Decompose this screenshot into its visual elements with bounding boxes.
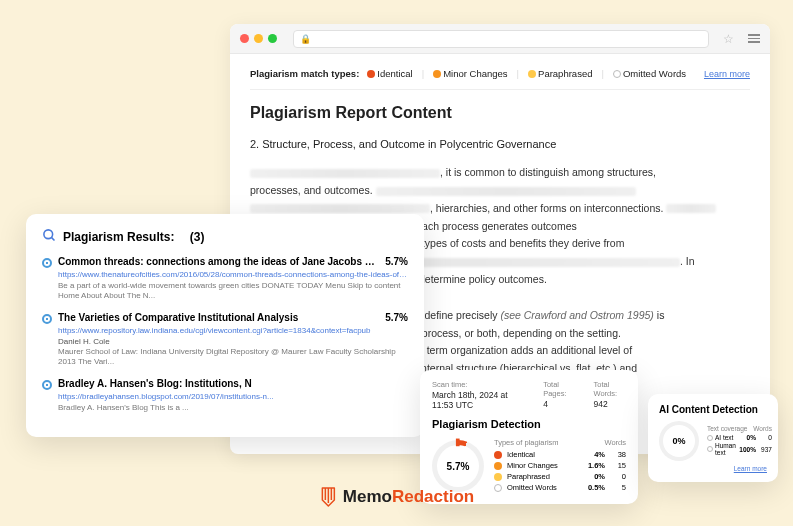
plagiarism-detection-title: Plagiarism Detection xyxy=(432,418,626,430)
result-snippet: Bradley A. Hansen's Blog This is a ... xyxy=(58,403,408,413)
result-url[interactable]: https://www.repository.law.indiana.edu/c… xyxy=(58,326,408,335)
match-types-legend: Plagiarism match types: Identical| Minor… xyxy=(250,68,750,90)
result-title: Bradley A. Hansen's Blog: Institutions, … xyxy=(58,378,408,389)
ai-detection-title: AI Content Detection xyxy=(659,404,767,415)
match-types-label: Plagiarism match types: xyxy=(250,68,359,79)
learn-more-link[interactable]: Learn more xyxy=(704,69,750,79)
circle-icon xyxy=(707,435,713,441)
pencil-icon xyxy=(319,486,337,508)
circle-icon xyxy=(707,446,713,452)
search-icon xyxy=(42,228,57,246)
learn-more-link[interactable]: Learn more xyxy=(659,465,767,472)
results-header: Plagiarism Results: (3) xyxy=(42,228,408,246)
brand-logo: MemoRedaction xyxy=(319,486,474,508)
scan-metadata: Scan time:March 18th, 2024 at 11:53 UTC … xyxy=(432,380,626,410)
result-url[interactable]: https://bradleyahansen.blogspot.com/2019… xyxy=(58,392,408,401)
match-para: Paraphrased xyxy=(528,68,592,79)
star-icon[interactable]: ☆ xyxy=(723,32,734,46)
match-identical: Identical xyxy=(367,68,412,79)
close-icon[interactable] xyxy=(240,34,249,43)
browser-toolbar: 🔒 ☆ xyxy=(230,24,770,54)
result-percentage: 5.7% xyxy=(385,256,408,267)
hamburger-icon[interactable] xyxy=(748,34,760,43)
result-item[interactable]: The Varieties of Comparative Institution… xyxy=(42,312,408,368)
result-item[interactable]: Bradley A. Hansen's Blog: Institutions, … xyxy=(42,378,408,413)
match-omitted: Omitted Words xyxy=(613,68,686,79)
result-item[interactable]: Common threads: connections among the id… xyxy=(42,256,408,302)
minimize-icon[interactable] xyxy=(254,34,263,43)
table-row: Minor Changes1.6%15 xyxy=(494,461,626,470)
flag-icon: ▮ xyxy=(455,436,461,447)
window-controls[interactable] xyxy=(240,34,277,43)
page-title: Plagiarism Report Content xyxy=(250,104,750,122)
plagiarism-detection-card: Scan time:March 18th, 2024 at 11:53 UTC … xyxy=(420,370,638,504)
table-row: Omitted Words0.5%5 xyxy=(494,483,626,492)
ai-breakdown: Text coverageWords AI text0%0 Human text… xyxy=(707,425,772,457)
source-icon xyxy=(42,380,52,390)
plagiarism-gauge: 5.7% ▮ xyxy=(432,440,484,492)
svg-line-1 xyxy=(51,237,54,240)
table-row: Human text100%937 xyxy=(707,442,772,456)
result-percentage: 5.7% xyxy=(385,312,408,323)
result-snippet: Maurer School of Law: Indiana University… xyxy=(58,347,408,368)
table-row: Paraphrased0%0 xyxy=(494,472,626,481)
table-row: Identical4%38 xyxy=(494,450,626,459)
ai-detection-card: AI Content Detection 0% Text coverageWor… xyxy=(648,394,778,482)
maximize-icon[interactable] xyxy=(268,34,277,43)
result-title: Common threads: connections among the id… xyxy=(58,256,379,267)
plagiarism-breakdown: Types of plagiarismWords Identical4%38 M… xyxy=(494,438,626,494)
match-minor: Minor Changes xyxy=(433,68,507,79)
result-snippet: Be a part of a world-wide movement towar… xyxy=(58,281,408,302)
table-row: AI text0%0 xyxy=(707,434,772,441)
lock-icon: 🔒 xyxy=(300,34,311,44)
svg-point-0 xyxy=(44,230,53,239)
ai-gauge: 0% xyxy=(659,421,699,461)
address-bar[interactable]: 🔒 xyxy=(293,30,709,48)
source-icon xyxy=(42,258,52,268)
plagiarism-results-card: Plagiarism Results: (3) Common threads: … xyxy=(26,214,424,437)
result-url[interactable]: https://www.thenatureofcities.com/2016/0… xyxy=(58,270,408,279)
result-author: Daniel H. Cole xyxy=(58,337,408,346)
result-title: The Varieties of Comparative Institution… xyxy=(58,312,379,323)
source-icon xyxy=(42,314,52,324)
section-heading: 2. Structure, Process, and Outcome in Po… xyxy=(250,138,750,150)
